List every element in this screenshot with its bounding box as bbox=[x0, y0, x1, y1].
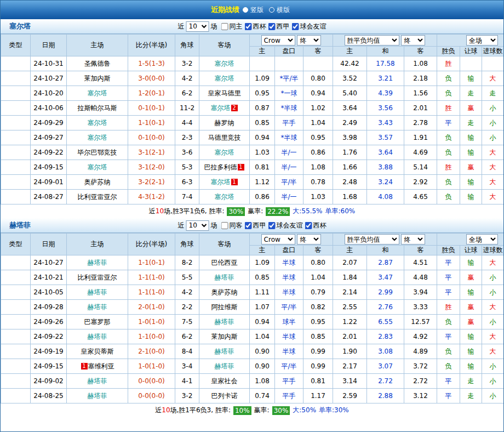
col-score: 比分(半场) bbox=[128, 35, 175, 56]
home-team-cell: 皇家贝蒂斯 bbox=[67, 344, 128, 359]
avg-home-cell: 1.68 bbox=[333, 190, 367, 204]
team-name-text: 塞尔塔 bbox=[215, 75, 234, 82]
avg-home-cell: 3.52 bbox=[333, 71, 367, 86]
layout-version-radio-label[interactable]: 横版 bbox=[277, 5, 290, 15]
filter-checkbox[interactable] bbox=[292, 23, 299, 30]
league-filter-option: 球会友谊 bbox=[268, 221, 303, 230]
filter-unit-label: 场 bbox=[211, 221, 217, 230]
scope-select[interactable]: 全场 bbox=[466, 234, 498, 245]
team-section-header: 赫塔菲 近 10 场 同客西甲球会友谊西杯 bbox=[1, 218, 503, 233]
layout-version-radio[interactable] bbox=[269, 7, 274, 13]
avg-away-cell: 2.18 bbox=[404, 71, 437, 86]
match-row: 西甲24-10-20塞尔塔1-2(0-1)6-2皇家马德里0.95*一球0.94… bbox=[1, 86, 504, 101]
score-cell: 1-5(1-3) bbox=[128, 56, 175, 71]
wdl-cell: 平 bbox=[437, 329, 460, 344]
odds-away-cell: 1.08 bbox=[303, 160, 333, 175]
page-title: 近期战绩 bbox=[211, 5, 239, 15]
team-name-text: 赫塔菲 bbox=[215, 348, 234, 355]
match-row: 西甲24-09-01奥萨苏纳3-2(2-1)6-3塞尔塔11.12平/半0.78… bbox=[1, 175, 504, 190]
handicap-result-cell: 走 bbox=[460, 86, 482, 101]
recent-count-select[interactable]: 10 bbox=[186, 21, 209, 32]
filter-checkbox[interactable] bbox=[245, 23, 252, 30]
odds-home-cell: 0.74 bbox=[250, 389, 275, 403]
avg-time-select[interactable]: 终 bbox=[401, 234, 425, 245]
scope-select[interactable]: 全场 bbox=[466, 35, 498, 46]
league-cell: 西甲 bbox=[1, 270, 31, 285]
goals-result-cell bbox=[482, 56, 504, 71]
corners-cell: 3-2 bbox=[175, 56, 199, 71]
handicap-result-cell: 输 bbox=[460, 255, 482, 270]
handicap-result-cell: 赢 bbox=[460, 101, 482, 116]
filter-checkbox[interactable] bbox=[221, 222, 228, 229]
avg-draw-cell: 3.88 bbox=[367, 160, 404, 175]
home-team-cell: 赫塔菲 bbox=[67, 329, 128, 344]
score-cell: 2-1(0-0) bbox=[128, 344, 175, 359]
handicap-cell: 平手 bbox=[275, 374, 303, 389]
avg-away-cell: 3.12 bbox=[404, 389, 437, 403]
score-cell: 1-1(0-1) bbox=[128, 116, 175, 130]
col-away: 客场 bbox=[199, 234, 250, 255]
avg-draw-cell: 2.83 bbox=[367, 329, 404, 344]
layout-version-radio[interactable] bbox=[243, 7, 248, 13]
handicap-cell: 半球 bbox=[275, 344, 303, 359]
team-name-text: 塞尔塔 bbox=[215, 193, 234, 201]
corners-cell: 3-2 bbox=[175, 389, 199, 403]
avg-time-select[interactable]: 终 bbox=[401, 35, 425, 46]
col-odds-away: 客 bbox=[303, 246, 333, 255]
avg-type-select[interactable]: 胜平负均值 bbox=[345, 234, 399, 245]
col-corner: 角球 bbox=[175, 234, 199, 255]
matches-table: 类型 日期 主场 比分(半场) 角球 客场 Crow 终 胜平负均值 终 bbox=[1, 233, 504, 403]
odds-away-cell: 0.99 bbox=[303, 359, 333, 374]
col-type: 类型 bbox=[1, 35, 31, 56]
odds-time-select[interactable]: 终 bbox=[297, 234, 321, 245]
filter-checkbox[interactable] bbox=[221, 23, 228, 30]
handicap-cell: 半球 bbox=[275, 270, 303, 285]
layout-version-radios: 竖版横版 bbox=[243, 5, 293, 15]
avg-type-select[interactable]: 胜平负均值 bbox=[345, 35, 399, 46]
handicap-result-cell: 走 bbox=[460, 374, 482, 389]
handicap-result-cell: 输 bbox=[460, 359, 482, 374]
goals-result-cell: 大 bbox=[482, 255, 504, 270]
corners-cell: 2-3 bbox=[175, 130, 199, 145]
league-cell: 西甲 bbox=[1, 300, 31, 315]
team-name-text: 塞维利亚 bbox=[88, 362, 114, 370]
filter-checkbox[interactable] bbox=[268, 23, 276, 30]
corners-cell: 6-2 bbox=[175, 329, 199, 344]
team-section-header: 塞尔塔 近 10 场 同主西杯西甲球会友谊 bbox=[1, 19, 503, 34]
avg-draw-cell: 2.72 bbox=[367, 374, 404, 389]
goals-result-cell: 小 bbox=[482, 101, 504, 116]
odds-home-cell: 0.86 bbox=[250, 190, 275, 204]
home-team-cell: 1塞维利亚 bbox=[67, 359, 128, 374]
avg-home-cell: 2.17 bbox=[333, 359, 367, 374]
match-row: 西甲24-09-29塞尔塔1-1(0-1)4-4赫罗纳0.85平手1.042.4… bbox=[1, 116, 504, 130]
avg-away-cell: 4.51 bbox=[404, 255, 437, 270]
odds-away-cell bbox=[303, 56, 333, 71]
filter-checkbox[interactable] bbox=[245, 222, 252, 229]
away-team-cell: 赫塔菲 bbox=[199, 270, 250, 285]
odds-time-select[interactable]: 终 bbox=[297, 35, 321, 46]
team-name-text: 赫塔菲 bbox=[88, 288, 107, 296]
avg-away-cell: 2.01 bbox=[404, 101, 437, 116]
handicap-cell: 半球 bbox=[275, 329, 303, 344]
date-cell: 24-10-27 bbox=[31, 71, 67, 86]
odds-away-cell: 0.78 bbox=[303, 175, 333, 190]
odds-company-select[interactable]: Crow bbox=[261, 35, 295, 46]
away-team-cell: 塞尔塔1 bbox=[199, 175, 250, 190]
score-cell: 1-0(1-0) bbox=[128, 315, 175, 329]
goals-result-cell: 小 bbox=[482, 285, 504, 300]
odds-company-select[interactable]: Crow bbox=[261, 234, 295, 245]
handicap-cell: 半球 bbox=[275, 285, 303, 300]
wdl-cell: 平 bbox=[437, 285, 460, 300]
odds-home-cell: 0.95 bbox=[250, 86, 275, 101]
filter-checkbox[interactable] bbox=[268, 222, 276, 229]
odds-home-cell: 0.94 bbox=[250, 130, 275, 145]
filter-checkbox[interactable] bbox=[305, 222, 312, 229]
summary-text: 近10场,胜3平1负6, 胜率: bbox=[149, 207, 225, 216]
layout-version-radio-label[interactable]: 竖版 bbox=[250, 5, 264, 15]
corners-cell: 3-6 bbox=[175, 145, 199, 160]
red-card-badge: 2 bbox=[231, 105, 238, 111]
recent-count-select[interactable]: 10 bbox=[186, 220, 209, 231]
goals-result-cell: 小 bbox=[482, 270, 504, 285]
avg-draw-cell: 4.39 bbox=[367, 86, 404, 101]
team-name-text: 奥萨苏纳 bbox=[84, 178, 111, 186]
